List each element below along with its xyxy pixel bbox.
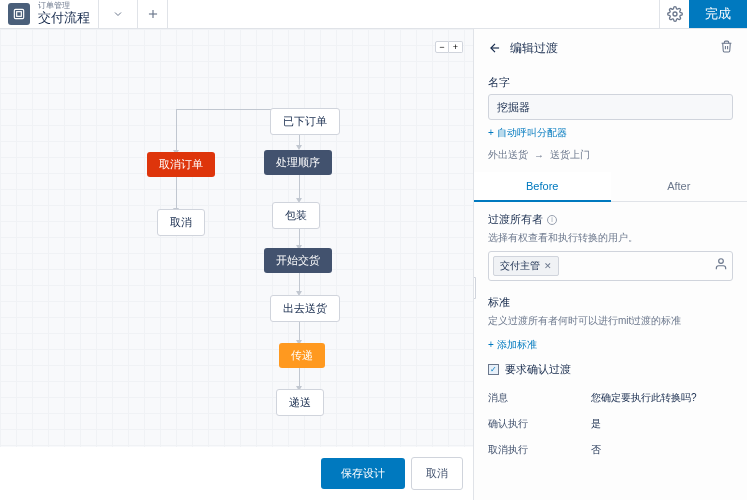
name-label: 名字 (488, 75, 733, 90)
node-placed[interactable]: 已下订单 (270, 108, 340, 135)
message-value: 您确定要执行此转换吗? (591, 391, 733, 405)
arrow-right-icon: → (534, 150, 544, 161)
header-title: 交付流程 (38, 11, 90, 25)
back-button[interactable] (488, 41, 502, 55)
owner-select[interactable]: 交付主管 ✕ (488, 251, 733, 281)
node-start-deliver[interactable]: 开始交货 (264, 248, 332, 273)
node-out-ship[interactable]: 出去送货 (270, 295, 340, 322)
collapse-panel-button[interactable]: › (473, 277, 476, 299)
confirm-check-label: 要求确认过渡 (505, 362, 571, 377)
transition-flow: 外出送货 → 送货上门 (488, 148, 733, 162)
cancel-exec-value: 否 (591, 443, 733, 457)
cancel-button[interactable]: 取消 (411, 457, 463, 490)
user-picker-icon[interactable] (714, 257, 728, 275)
zoom-in-button[interactable]: + (449, 41, 463, 53)
remove-chip-icon[interactable]: ✕ (544, 261, 552, 271)
owner-help: 选择有权查看和执行转换的用户。 (488, 231, 733, 245)
transition-to: 送货上门 (550, 148, 590, 162)
node-transfer[interactable]: 传递 (279, 343, 325, 368)
owner-label: 过渡所有者 i (488, 212, 733, 227)
node-packing[interactable]: 包装 (272, 202, 320, 229)
header-title-group: 订单管理 交付流程 (0, 0, 98, 28)
settings-button[interactable] (659, 0, 689, 28)
criteria-help: 定义过渡所有者何时可以进行mit过渡的标准 (488, 314, 733, 328)
name-input[interactable] (488, 94, 733, 120)
confirm-exec-label: 确认执行 (488, 417, 591, 431)
node-cancel-order[interactable]: 取消订单 (147, 152, 215, 177)
zoom-out-button[interactable]: − (435, 41, 449, 53)
edit-transition-panel: › 编辑过渡 名字 + 自动呼叫分配器 外出送货 → 送货上门 Before A… (473, 29, 747, 500)
app-icon (8, 3, 30, 25)
tab-after[interactable]: After (611, 172, 748, 202)
edge (176, 173, 177, 210)
save-design-button[interactable]: 保存设计 (321, 458, 405, 489)
delete-button[interactable] (720, 39, 733, 57)
panel-title: 编辑过渡 (510, 40, 712, 57)
tabs: Before After (474, 172, 747, 202)
auto-dispatcher-link[interactable]: + 自动呼叫分配器 (488, 126, 567, 140)
checkbox-icon[interactable]: ✓ (488, 364, 499, 375)
node-cancel[interactable]: 取消 (157, 209, 205, 236)
workflow-canvas[interactable]: − + 已下订单 取消订单 处理顺序 取消 包装 开始交货 出去送货 传递 递送 (0, 29, 473, 447)
message-label: 消息 (488, 391, 591, 405)
transition-from: 外出送货 (488, 148, 528, 162)
add-criteria-link[interactable]: + 添加标准 (488, 338, 537, 352)
info-icon[interactable]: i (547, 215, 557, 225)
owner-chip: 交付主管 ✕ (493, 256, 559, 276)
app-header: 订单管理 交付流程 完成 (0, 0, 747, 29)
confirm-checkbox-row[interactable]: ✓ 要求确认过渡 (488, 362, 733, 377)
criteria-label: 标准 (488, 295, 733, 310)
svg-rect-1 (17, 12, 22, 17)
cancel-exec-label: 取消执行 (488, 443, 591, 457)
svg-point-4 (673, 12, 677, 16)
done-button[interactable]: 完成 (689, 0, 747, 28)
confirm-settings: 消息 您确定要执行此转换吗? 确认执行 是 取消执行 否 (488, 385, 733, 463)
svg-rect-0 (14, 9, 23, 18)
zoom-controls: − + (435, 41, 463, 53)
tab-before[interactable]: Before (474, 172, 611, 202)
add-button[interactable] (138, 0, 168, 28)
footer-bar: 保存设计 取消 (0, 447, 473, 500)
confirm-exec-value: 是 (591, 417, 733, 431)
node-process[interactable]: 处理顺序 (264, 150, 332, 175)
edge (176, 109, 177, 152)
workflow-dropdown[interactable] (98, 0, 138, 28)
svg-point-6 (719, 259, 724, 264)
node-deliver[interactable]: 递送 (276, 389, 324, 416)
